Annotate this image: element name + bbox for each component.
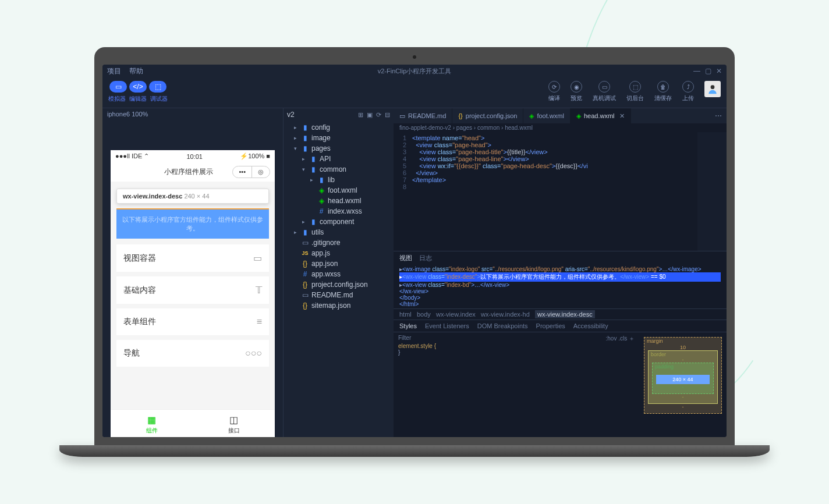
tree-item[interactable]: ▭.gitignore	[284, 237, 394, 248]
menu-item[interactable]: 表单组件≡	[116, 308, 269, 335]
tab-api[interactable]: ◫接口	[193, 410, 275, 437]
devtools: 视图 日志 ▸<wx-image class="index-logo" src=…	[394, 251, 727, 437]
pill-label-sim: 模拟器	[108, 95, 126, 103]
breadcrumb-segment[interactable]: wx-view.index-hd	[481, 311, 530, 318]
box-content: 240 × 44	[656, 375, 710, 384]
devtools-subtab[interactable]: Event Listeners	[425, 322, 469, 329]
tab-component[interactable]: ▦组件	[111, 410, 193, 437]
menu-item[interactable]: 导航○○○	[116, 340, 269, 367]
api-icon: ◫	[193, 414, 275, 425]
styles-panel[interactable]: Filter:hov .cls ＋ element.style {}</span…	[394, 332, 639, 437]
menu-item-icon: ≡	[257, 317, 262, 327]
tree-item[interactable]: ◈head.wxml	[284, 196, 394, 206]
editor-tab[interactable]: ▭README.md	[394, 108, 452, 123]
devtools-subtab[interactable]: Properties	[536, 322, 565, 329]
tree-item[interactable]: ▸▮image	[284, 133, 394, 143]
tool-preview[interactable]: ◉预览	[571, 81, 582, 102]
signal-icon: ●●●ll IDE ⌃	[115, 152, 149, 160]
tree-item[interactable]: #app.wxss	[284, 269, 394, 279]
editor-column: ▭README.md{}project.config.json◈foot.wxm…	[394, 108, 727, 437]
tree-item[interactable]: JSapp.js	[284, 248, 394, 258]
laptop-base	[59, 445, 770, 457]
menu-item-icon: ▭	[253, 253, 262, 264]
laptop-mockup: 项目 帮助 v2-FinClip小程序开发工具 — ▢ ✕ ▭ </> ⬚	[94, 47, 735, 457]
window-controls: — ▢ ✕	[693, 67, 722, 75]
more-tabs-icon[interactable]: ⋯	[710, 112, 727, 120]
editor-tab[interactable]: ◈head.wxml✕	[571, 108, 632, 123]
devtools-subtab[interactable]: DOM Breakpoints	[477, 322, 528, 329]
tree-item[interactable]: ▸▮lib	[284, 175, 394, 185]
devtools-tab-view[interactable]: 视图	[399, 254, 412, 262]
tool-compile[interactable]: ⟳编译	[548, 81, 560, 102]
menu-item-icon: 𝕋	[256, 285, 262, 296]
menu-item[interactable]: 基础内容𝕋	[116, 276, 269, 304]
avatar[interactable]	[704, 81, 721, 97]
tree-item[interactable]: ▸▮utils	[284, 227, 394, 237]
tree-item[interactable]: ▾▮common	[284, 164, 394, 175]
tree-item[interactable]: ▸▮component	[284, 216, 394, 227]
minimize-icon[interactable]: —	[693, 67, 700, 75]
tree-item[interactable]: ▸▮API	[284, 154, 394, 164]
hov-cls-controls[interactable]: :hov .cls ＋	[606, 335, 635, 343]
pill-simulator[interactable]: ▭	[109, 81, 127, 93]
svg-point-0	[711, 85, 715, 89]
tree-item[interactable]: #index.wxss	[284, 206, 394, 216]
collapse-icon[interactable]: ⊟	[385, 111, 390, 119]
close-icon[interactable]: ✕	[716, 67, 722, 75]
refresh-icon[interactable]: ⟳	[376, 111, 381, 119]
phone-preview: ●●●ll IDE ⌃ 10:01 ⚡100% ■ 小程序组件展示 •••◎ w…	[111, 150, 275, 437]
close-tab-icon[interactable]: ✕	[619, 112, 625, 120]
pill-editor[interactable]: </>	[129, 81, 147, 93]
devtools-subtab[interactable]: Accessibility	[573, 322, 608, 329]
remote-icon: ▭	[598, 81, 610, 93]
tree-item[interactable]: {}app.json	[284, 258, 394, 269]
devtools-tab-log[interactable]: 日志	[419, 254, 432, 262]
project-root[interactable]: v2	[287, 111, 295, 119]
menu-project[interactable]: 项目	[107, 66, 121, 76]
tree-item[interactable]: ▾▮pages	[284, 143, 394, 154]
simulator-panel: iphone6 100% ●●●ll IDE ⌃ 10:01 ⚡100% ■ 小…	[102, 108, 283, 437]
tool-remote[interactable]: ▭真机调试	[593, 81, 616, 102]
editor-tab[interactable]: {}project.config.json	[452, 108, 523, 123]
capsule[interactable]: •••◎	[232, 166, 270, 178]
menu-help[interactable]: 帮助	[129, 66, 143, 76]
tree-item[interactable]: {}project.config.json	[284, 279, 394, 290]
menubar: 项目 帮助 v2-FinClip小程序开发工具 — ▢ ✕	[102, 65, 727, 77]
tree-item[interactable]: ▸▮config	[284, 122, 394, 133]
pill-label-debug: 调试器	[150, 95, 168, 103]
tree-item[interactable]: ▭README.md	[284, 290, 394, 300]
dom-breadcrumb: html body wx-view.index wx-view.index-hd…	[394, 308, 727, 320]
menu-item-icon: ○○○	[245, 348, 262, 359]
highlighted-element[interactable]: 以下将展示小程序官方组件能力，组件样式仅供参考。	[116, 208, 269, 239]
code-editor[interactable]: 1<template name="head">2 <view class="pa…	[394, 132, 727, 251]
tree-item[interactable]: ◈foot.wxml	[284, 185, 394, 196]
breadcrumb-segment[interactable]: wx-view.index-desc	[535, 310, 595, 318]
breadcrumb-segment[interactable]: body	[417, 311, 431, 318]
tool-upload[interactable]: ⤴上传	[682, 81, 694, 102]
cache-icon: 🗑	[657, 81, 669, 93]
pill-debug[interactable]: ⬚	[149, 81, 166, 93]
maximize-icon[interactable]: ▢	[705, 67, 711, 75]
window-title: v2-FinClip小程序开发工具	[378, 67, 452, 76]
new-file-icon[interactable]: ⊞	[358, 111, 363, 119]
dom-tree[interactable]: ▸<wx-image class="index-logo" src="../re…	[394, 265, 727, 308]
more-icon[interactable]: •••	[233, 166, 252, 178]
menu-item[interactable]: 视图容器▭	[116, 244, 269, 272]
editor-tabs: ▭README.md{}project.config.json◈foot.wxm…	[394, 108, 727, 123]
breadcrumb-segment[interactable]: wx-view.index	[436, 311, 476, 318]
editor-tab[interactable]: ◈foot.wxml	[523, 108, 570, 123]
tool-cache[interactable]: 🗑清缓存	[654, 81, 672, 102]
camera-dot	[413, 55, 416, 59]
target-icon[interactable]: ◎	[252, 166, 270, 178]
upload-icon: ⤴	[682, 81, 694, 93]
component-icon: ▦	[111, 414, 193, 425]
breadcrumb: fino-applet-demo-v2 › pages › common › h…	[394, 123, 727, 132]
devtools-subtab[interactable]: Styles	[399, 322, 417, 329]
breadcrumb-segment[interactable]: html	[399, 311, 412, 318]
minimap[interactable]	[697, 132, 727, 251]
filter-input[interactable]: Filter	[398, 335, 411, 343]
tree-item[interactable]: {}sitemap.json	[284, 300, 394, 311]
new-folder-icon[interactable]: ▣	[367, 111, 373, 119]
simulator-device-label: iphone6 100%	[102, 108, 283, 120]
tool-background[interactable]: ⬚切后台	[626, 81, 644, 102]
